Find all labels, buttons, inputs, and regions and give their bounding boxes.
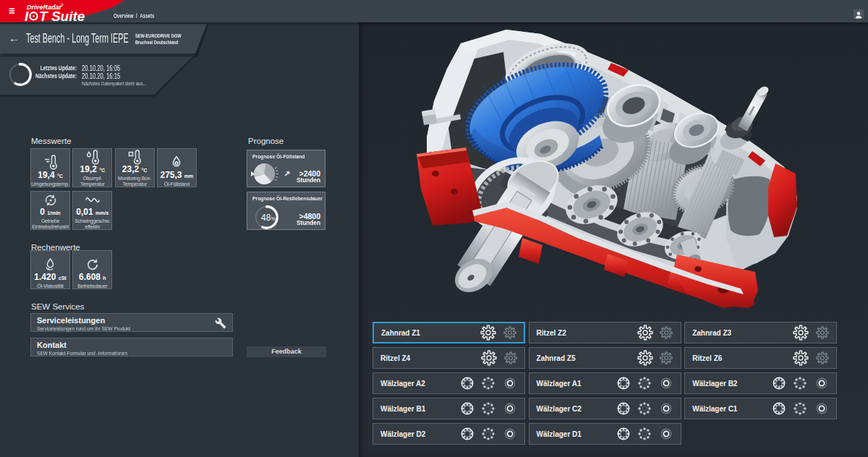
svg-text:®: ® (61, 3, 64, 7)
svg-text:%: % (271, 216, 275, 221)
svg-text:I: I (25, 9, 29, 24)
svg-text:T Suite: T Suite (39, 9, 85, 24)
svg-text:48: 48 (261, 213, 271, 223)
